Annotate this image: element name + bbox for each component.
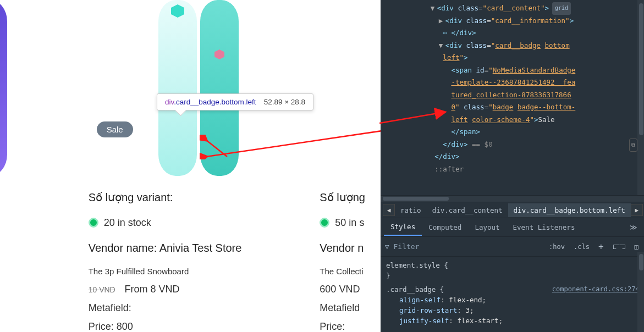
price-line: 600 VND	[320, 280, 381, 298]
metafield: Metafield:	[89, 298, 309, 317]
dom-tree[interactable]: ▼<div class="card__content">grid ▶<div c…	[381, 0, 644, 195]
css-declaration[interactable]: justify-self: flex-start;	[386, 316, 640, 326]
dom-node[interactable]: left">	[381, 52, 644, 64]
dom-node[interactable]: </div> == $0⧉	[381, 139, 644, 151]
stock-text: 50 in s	[335, 213, 364, 232]
tab-computed[interactable]: Computed	[422, 219, 468, 235]
price-line: D	[0, 262, 78, 280]
product-card[interactable]: Sale Số lượng variant: 20 in stock Vendo…	[89, 0, 309, 332]
tooltip-tag: div	[165, 98, 174, 106]
filter-icon: ▽	[385, 242, 389, 251]
price2: Price: 800	[89, 317, 309, 332]
sale-badge: Sale	[97, 121, 133, 137]
tab-layout[interactable]: Layout	[468, 219, 506, 235]
breadcrumb-bar[interactable]: ◀ ratio div.card__content div.card__badg…	[381, 202, 644, 218]
variant-label: Số lượng variant:	[89, 187, 309, 208]
breadcrumb-next-icon[interactable]: ▶	[631, 204, 643, 216]
vendor-line: Vendor n	[320, 237, 381, 258]
page-preview: ợng variant: or name: Anivia Test Store …	[0, 0, 381, 332]
product-image	[0, 0, 78, 181]
old-price: 10 VND	[89, 285, 115, 294]
copy-icon[interactable]: ⧉	[629, 139, 637, 152]
dom-node[interactable]: 0" class="badge badge--bottom-	[381, 101, 644, 114]
breadcrumb-item[interactable]: ratio	[395, 203, 427, 217]
variant-label: ợng variant:	[0, 187, 78, 208]
stock-icon	[89, 218, 98, 228]
product-card[interactable]: ợng variant: or name: Anivia Test Store …	[0, 0, 78, 332]
breadcrumb-item[interactable]: div.card__content	[427, 203, 508, 217]
css-declaration[interactable]: align-self: flex-end;	[386, 295, 640, 305]
stock-icon	[320, 218, 329, 228]
metafield: Metafield	[320, 298, 381, 317]
grid-badge[interactable]: grid	[552, 2, 571, 15]
devtools-panel: ▼<div class="card__content">grid ▶<div c…	[381, 0, 644, 332]
computed-toggle-icon[interactable]: ⫍⫎	[610, 242, 628, 252]
element-tooltip: div.card__badge.bottom.left 52.89 × 28.8	[157, 93, 313, 110]
styles-pane[interactable]: element.style { } component-card.css:274…	[381, 257, 644, 329]
product-image: Sale	[89, 0, 309, 181]
scrollbar-vertical[interactable]	[637, 0, 644, 195]
dom-node[interactable]: ⋯ </div>	[381, 27, 644, 40]
product-image	[320, 0, 381, 181]
breadcrumb-prev-icon[interactable]: ◀	[383, 204, 395, 216]
price-line: From 8 VND	[124, 284, 179, 295]
dom-node[interactable]: ▼<div class="card__content">grid	[381, 2, 644, 15]
filter-row: ▽ :hov .cls + ⫍⫎ ◫	[381, 237, 644, 257]
css-selector[interactable]: .card__badge {	[386, 285, 444, 294]
css-declaration[interactable]: grid-row-start: 3;	[386, 305, 640, 316]
variant-label: Số lượng	[320, 187, 381, 208]
dom-node[interactable]: tured_collection-878336317866	[381, 89, 644, 102]
dom-node[interactable]: </div>	[381, 151, 644, 163]
dom-node[interactable]: </span>	[381, 126, 644, 139]
metafield: field: custom 111	[0, 285, 78, 305]
styles-tabbar[interactable]: Styles Computed Layout Event Listeners ≫	[381, 218, 644, 237]
css-selector[interactable]: element.style {	[386, 261, 448, 269]
vendor-line: Vendor name: Anivia Test Store	[89, 237, 309, 258]
stock-text: 20 in stock	[104, 213, 151, 232]
scrollbar-vertical[interactable]	[637, 252, 644, 332]
tooltip-dims: 52.89 × 28.8	[264, 98, 305, 106]
breadcrumb-item[interactable]: div.card__badge.bottom.left	[508, 203, 631, 217]
filter-input[interactable]	[394, 242, 543, 251]
product-card[interactable]: Số lượng 50 in s Vendor n The Collecti 6…	[320, 0, 381, 332]
cls-toggle[interactable]: .cls	[571, 242, 592, 252]
stock-row: 50 in s	[320, 213, 381, 232]
dom-node[interactable]: ▶<div class="card__information">	[381, 15, 644, 27]
tab-event-listeners[interactable]: Event Listeners	[507, 219, 582, 235]
tab-styles[interactable]: Styles	[384, 219, 422, 236]
product-title: The 3p Fulfilled Snowboard	[89, 264, 309, 280]
product-title: nventory Not Tracked - Snowboard	[0, 246, 78, 262]
dom-node[interactable]: <span id="NoMediaStandardBadge	[381, 64, 644, 77]
stock-row: 20 in stock	[89, 213, 309, 232]
hov-toggle[interactable]: :hov	[547, 242, 567, 252]
css-source-link[interactable]: component-card.css:274	[552, 284, 640, 295]
dom-node[interactable]: ▼<div class="card__badge bottom	[381, 40, 644, 52]
dom-node[interactable]: ::after	[381, 163, 644, 176]
product-title: The Collecti	[320, 264, 381, 280]
more-tabs-icon[interactable]: ≫	[625, 223, 642, 231]
price2: Price:	[320, 317, 381, 332]
tooltip-classes: .card__badge.bottom.left	[174, 98, 256, 106]
new-rule-icon[interactable]: +	[596, 240, 606, 253]
dom-node[interactable]: -template--23687841251492__fea	[381, 76, 644, 89]
sidebar-toggle-icon[interactable]: ◫	[632, 242, 641, 252]
vendor-line: or name: Anivia Test Store	[0, 218, 78, 239]
scrollbar-horizontal[interactable]	[381, 195, 644, 202]
dom-node[interactable]: left color-scheme-4">Sale	[381, 114, 644, 126]
